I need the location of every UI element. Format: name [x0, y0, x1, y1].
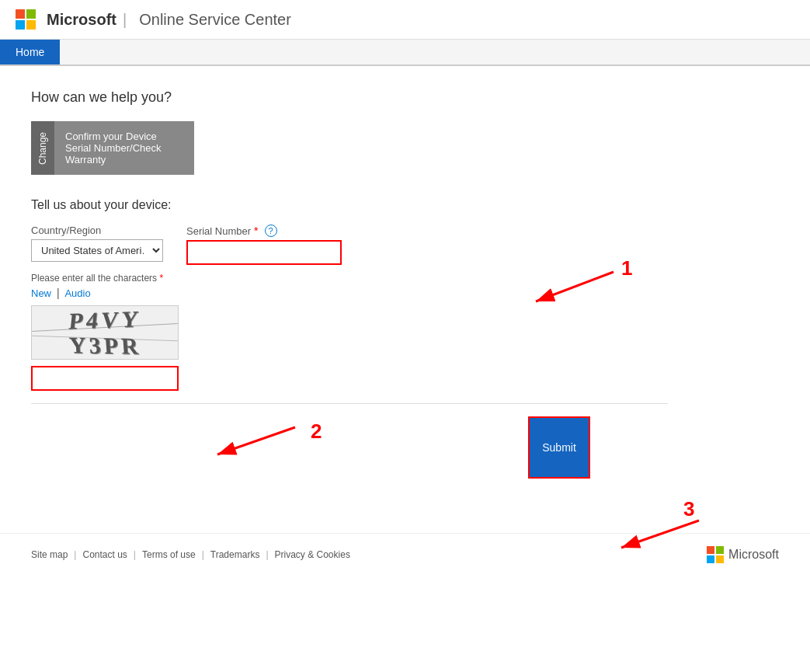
captcha-link-sep: | [57, 287, 63, 299]
footer-sep-1: | [74, 549, 76, 560]
footer-logo-sq-blue [707, 555, 714, 563]
footer: Site map | Contact us | Terms of use | T… [0, 533, 810, 576]
help-heading: How can we help you? [31, 89, 668, 106]
captcha-audio-link[interactable]: Audio [64, 287, 90, 299]
footer-link-trademarks[interactable]: Trademarks [210, 549, 260, 560]
captcha-image: P4VY Y3PR [31, 305, 179, 360]
captcha-section: Please enter all the characters * New | … [31, 273, 668, 391]
footer-link-sitemap[interactable]: Site map [31, 549, 68, 560]
logo-text: Microsoft [47, 11, 116, 29]
footer-logo-sq-green [716, 546, 724, 554]
service-card: Change Confirm your Device Serial Number… [31, 121, 194, 175]
microsoft-logo-grid [16, 9, 36, 30]
captcha-inner: P4VY Y3PR [32, 306, 178, 359]
logo-sq-yellow [26, 20, 36, 30]
captcha-input[interactable] [31, 366, 179, 391]
page-wrapper: Microsoft | Online Service Center Home H… [0, 0, 810, 576]
footer-link-terms[interactable]: Terms of use [142, 549, 196, 560]
serial-required-star: * [254, 225, 258, 237]
header-title: Online Service Center [139, 11, 291, 29]
serial-label: Serial Number [186, 225, 251, 237]
logo-sq-red [16, 9, 25, 19]
country-label: Country/Region [31, 225, 163, 236]
footer-logo-sq-yellow [716, 555, 724, 563]
ms-logo-header: Microsoft [16, 9, 116, 30]
header: Microsoft | Online Service Center [0, 0, 810, 40]
captcha-line-top: P4VY [68, 305, 143, 333]
captcha-text: P4VY Y3PR [69, 307, 141, 358]
footer-ms-logo-grid [707, 546, 724, 563]
logo-sq-green [26, 9, 36, 19]
submit-area: Submit [31, 403, 668, 479]
header-divider: | [123, 11, 127, 29]
country-group: Country/Region United States of Ameri… C… [31, 225, 163, 262]
nav-bar: Home [0, 40, 810, 66]
card-content-text: Confirm your Device Serial Number/Check … [54, 121, 194, 175]
captcha-links: New | Audio [31, 287, 668, 299]
footer-link-privacy[interactable]: Privacy & Cookies [275, 549, 350, 560]
change-button[interactable]: Change [31, 121, 54, 175]
captcha-required-star: * [159, 273, 163, 284]
footer-sep-3: | [202, 549, 204, 560]
footer-logo: Microsoft [707, 546, 779, 563]
serial-info-icon[interactable]: ? [265, 225, 277, 237]
footer-logo-text: Microsoft [728, 548, 779, 562]
home-tab[interactable]: Home [0, 40, 60, 64]
footer-link-contact[interactable]: Contact us [82, 549, 127, 560]
form-row-device: Country/Region United States of Ameri… C… [31, 225, 668, 265]
serial-group: Serial Number * ? [186, 225, 342, 265]
submit-button[interactable]: Submit [528, 416, 590, 479]
country-select[interactable]: United States of Ameri… Canada United Ki… [31, 239, 163, 262]
serial-label-row: Serial Number * ? [186, 225, 342, 237]
captcha-new-link[interactable]: New [31, 287, 51, 299]
logo-sq-blue [16, 20, 25, 30]
footer-sep-4: | [266, 549, 268, 560]
section-heading: Tell us about your device: [31, 198, 668, 212]
footer-sep-2: | [134, 549, 136, 560]
captcha-message: Please enter all the characters * [31, 273, 668, 284]
footer-logo-sq-red [707, 546, 714, 554]
main-content: How can we help you? Change Confirm your… [0, 66, 699, 502]
serial-number-input[interactable] [186, 240, 342, 265]
captcha-line-bottom: Y3PR [68, 332, 141, 359]
footer-links: Site map | Contact us | Terms of use | T… [31, 549, 350, 560]
